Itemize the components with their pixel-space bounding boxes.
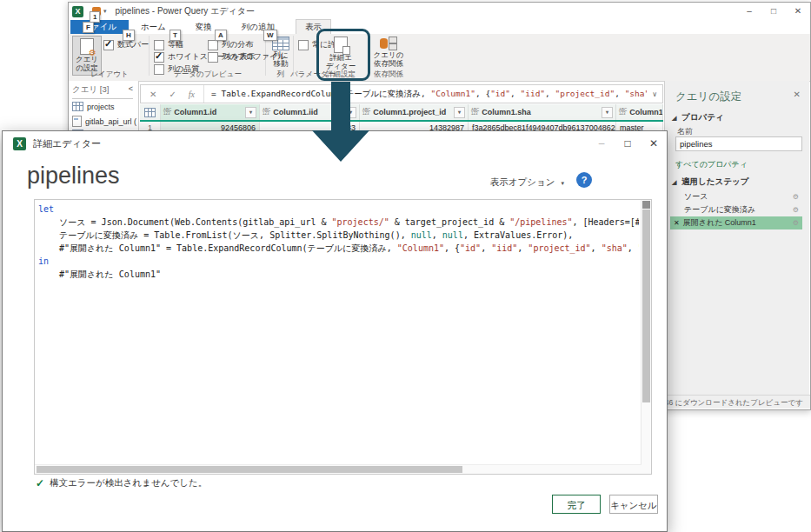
applied-steps-header-label: 適用したステップ (681, 176, 748, 186)
dialog-close-button[interactable]: ✕ (641, 131, 667, 156)
column-quality-checkbox-box[interactable] (154, 64, 164, 75)
parameter-icon (72, 116, 82, 127)
table-icon (72, 102, 83, 111)
column-distribution-checkbox-box[interactable] (208, 40, 218, 50)
preview-downloaded-status: 22:46 にダウンロードされたプレビューです (655, 398, 803, 407)
syntax-status: ✓ 構文エラーが検出されませんでした。 (36, 477, 207, 489)
query-item-label: projects (87, 103, 115, 111)
query-item-projects[interactable]: projects (72, 102, 136, 111)
all-properties-link[interactable]: すべてのプロパティ (675, 159, 748, 170)
keytip-transform: T (170, 30, 181, 41)
advanced-editor-dialog: X 詳細エディター – □ ✕ pipelines 表示オプション ▾ ? le… (2, 130, 668, 532)
settings-pane-title: クエリの設定 (675, 90, 741, 104)
collapse-pane-icon[interactable]: < (129, 84, 133, 96)
step-settings-gear-icon[interactable]: ⚙ (793, 193, 799, 201)
title-bar: X ▾ pipelines - Power Query エディター – □ ✕ (69, 3, 810, 20)
syntax-message: 構文エラーが検出されませんでした。 (50, 477, 207, 489)
step-source[interactable]: ソース ⚙ (670, 190, 802, 203)
excel-app-icon: X (72, 6, 83, 17)
data-type-icon[interactable]: ABC123 (163, 109, 171, 116)
settings-pane-close-icon[interactable]: ✕ (794, 90, 801, 99)
filter-dropdown-icon[interactable]: ▾ (454, 107, 465, 118)
screenshot-root: { "window": { "app_icon": "X", "title": … (0, 0, 811, 532)
column-header-label: Column1.id (174, 108, 216, 116)
tab-home[interactable]: ホーム (132, 20, 175, 34)
column-header-label: Column1.sha (482, 108, 531, 116)
formula-input[interactable]: = Table.ExpandRecordColumn(テーブルに変換済み, "C… (204, 89, 647, 100)
query-name-input[interactable] (675, 136, 802, 151)
cancel-formula-icon[interactable]: ✕ (150, 90, 156, 99)
delete-step-icon[interactable]: ✕ (674, 219, 680, 227)
dialog-title: 詳細エディター (33, 137, 101, 150)
dialog-minimize-button[interactable]: – (588, 131, 615, 156)
formula-bar-checkbox-box[interactable] (103, 40, 114, 50)
properties-section-header[interactable]: ◢ プロパティ (672, 112, 724, 123)
keytip-view: W (263, 30, 277, 41)
step-converted-to-table[interactable]: テーブルに変換済み ⚙ (670, 203, 802, 216)
data-type-icon[interactable]: ABC123 (471, 109, 479, 116)
code-text[interactable]: let ソース = Json.Document(Web.Contents(git… (38, 203, 639, 463)
keytip-file: F (83, 22, 94, 33)
step-settings-gear-icon[interactable]: ⚙ (793, 206, 799, 214)
formula-bar: ✕ ✓ fx = Table.ExpandRecordColumn(テーブルに変… (140, 84, 663, 103)
query-item-gitlab-api-url[interactable]: gitlab_api_url (https:/... (72, 116, 136, 127)
step-expanded-column1[interactable]: ✕ 展開された Column1 ⚙ (670, 216, 802, 229)
filter-dropdown-icon[interactable]: ▾ (602, 107, 613, 118)
close-button[interactable]: ✕ (786, 3, 810, 20)
done-button[interactable]: 完了 (552, 495, 601, 514)
quick-access-dropdown-icon[interactable]: ▾ (103, 8, 107, 15)
scrollbar-top-cap[interactable] (642, 201, 650, 209)
expand-formula-bar-icon[interactable]: ∨ (647, 90, 662, 98)
column-header-sha[interactable]: ABC123 Column1.sha ▾ (469, 104, 616, 120)
minimize-button[interactable]: – (737, 3, 761, 20)
query-settings-pane: クエリの設定 ✕ ◢ プロパティ 名前 すべてのプロパティ ◢ 適用したステップ… (664, 81, 809, 395)
vertical-scrollbar[interactable] (641, 200, 651, 474)
keytip-home: H (123, 30, 135, 41)
maximize-button[interactable]: □ (761, 3, 786, 20)
display-options-dropdown[interactable]: 表示オプション ▾ (490, 176, 564, 189)
help-icon[interactable]: ? (576, 172, 592, 188)
table-menu-icon[interactable] (144, 108, 156, 117)
table-corner-cell[interactable] (140, 104, 161, 120)
applied-steps-section-header[interactable]: ◢ 適用したステップ (672, 176, 748, 188)
annotation-highlight-circle (316, 29, 370, 81)
commit-formula-icon[interactable]: ✓ (169, 90, 176, 99)
data-type-icon[interactable]: ABC123 (263, 109, 270, 116)
fx-icon: fx (189, 90, 195, 99)
filter-dropdown-icon[interactable]: ▾ (245, 107, 256, 118)
step-label: テーブルに変換済み (684, 204, 755, 216)
data-type-icon[interactable]: ABC123 (619, 109, 627, 116)
window-title: pipelines - Power Query エディター (116, 5, 255, 17)
horizontal-scrollbar-thumb[interactable] (37, 466, 462, 473)
dialog-heading: pipelines (27, 163, 120, 190)
column-profile-checkbox-box[interactable] (208, 52, 218, 63)
queries-pane-header: クエリ [3] < (72, 84, 133, 99)
group-label-layout: レイアウト (90, 70, 129, 80)
step-settings-gear-icon[interactable]: ⚙ (793, 219, 799, 227)
query-dependencies-button[interactable]: クエリの 依存関係 (369, 37, 408, 69)
section-expand-icon: ◢ (672, 115, 676, 121)
step-label: ソース (684, 191, 708, 203)
ribbon: ⚙ クエリ の設定 数式バー 等幅 ホワイトスペースを表示 列の品質 列の分布 … (69, 34, 810, 82)
go-to-column-button[interactable]: 列に 移動 (269, 37, 293, 69)
cancel-button[interactable]: キャンセル (609, 495, 658, 514)
step-label: 展開された Column1 (683, 217, 756, 229)
section-expand-icon: ◢ (672, 179, 676, 185)
always-allow-checkbox-box[interactable] (298, 40, 309, 50)
dialog-maximize-button[interactable]: □ (615, 131, 641, 156)
annotation-arrow-icon (309, 80, 378, 163)
show-whitespace-checkbox-box[interactable] (154, 52, 164, 63)
m-code-editor[interactable]: let ソース = Json.Document(Web.Contents(git… (34, 199, 652, 475)
column-header-label: Column1.ref (629, 108, 663, 116)
group-label-data-preview: データのプレビュー (174, 70, 242, 80)
group-label-dependencies: 依存関係 (374, 70, 403, 80)
keytip-add-column: A (215, 30, 227, 41)
horizontal-scrollbar[interactable] (35, 464, 641, 474)
column-header-id[interactable]: ABC123 Column1.id ▾ (161, 104, 260, 120)
vertical-scrollbar-thumb[interactable] (642, 209, 650, 402)
queries-pane-title: クエリ [3] (72, 84, 109, 96)
group-label-columns: 列 (277, 70, 285, 80)
column-header-ref[interactable]: ABC123 Column1.ref (616, 104, 663, 120)
query-settings-icon: ⚙ (80, 38, 94, 55)
monospaced-checkbox-box[interactable] (154, 40, 164, 50)
